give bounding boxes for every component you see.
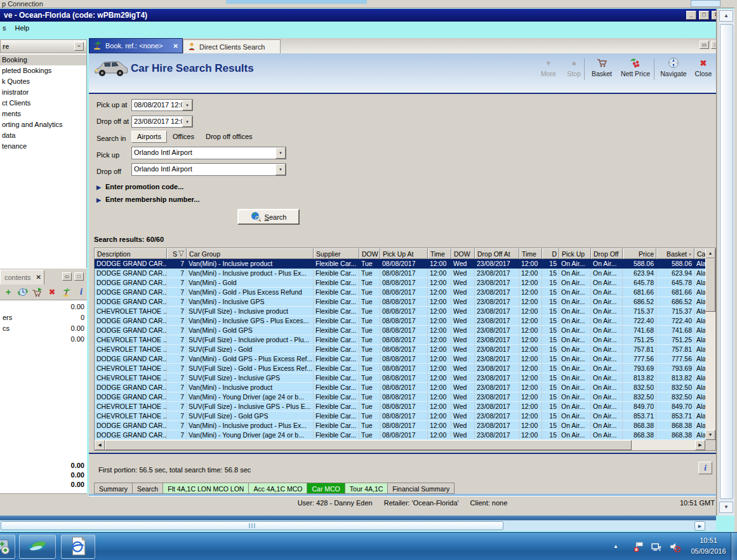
sidebar-collapse-button[interactable]: −: [74, 42, 84, 51]
scroll-right-button[interactable]: ▶: [694, 521, 705, 531]
scroll-down-button[interactable]: ▼: [705, 430, 715, 440]
show-desktop-button[interactable]: [731, 533, 737, 560]
bottom-tab-tour-4a-1c[interactable]: Tour 4A,1C: [345, 483, 388, 494]
column-header-description[interactable]: Description: [95, 248, 167, 259]
column-header-basket[interactable]: Basket▼: [656, 248, 694, 259]
table-row[interactable]: DODGE GRAND CAR...7Van(Mini) - Inclusive…: [95, 316, 707, 326]
sidebar-item-orting-and-analytics[interactable]: orting and Analytics: [0, 119, 86, 130]
taskbar-button-remote[interactable]: [0, 535, 15, 559]
table-row[interactable]: DODGE GRAND CAR...7Van(Mini) - GoldFlexi…: [95, 278, 707, 288]
sidebar-item-pleted-bookings[interactable]: pleted Bookings: [0, 65, 86, 76]
bottom-tab-acc-4a-1c-mco[interactable]: Acc 4A,1C MCO: [248, 483, 307, 494]
column-header-drop-off-at[interactable]: Drop Off At: [475, 248, 519, 259]
table-row[interactable]: CHEVROLET TAHOE ...7SUV(Full Size) - Gol…: [95, 411, 707, 421]
taskbar-clock[interactable]: 10:51 05/09/2016: [688, 535, 729, 557]
tab-direct-clients-search[interactable]: Direct Clients Search: [183, 39, 281, 53]
table-row[interactable]: DODGE GRAND CAR...7Van(Mini) - Inclusive…: [95, 383, 707, 392]
table-row[interactable]: CHEVROLET TAHOE ...7SUV(Full Size) - Inc…: [95, 402, 707, 411]
scroll-down-button[interactable]: ▼: [719, 502, 733, 513]
table-vertical-scrollbar[interactable]: ▲ ▼: [705, 248, 715, 440]
window-minimize-button[interactable]: _: [686, 11, 696, 20]
search-button[interactable]: Search: [237, 209, 300, 225]
bottom-tab-summary[interactable]: Summary: [94, 483, 133, 494]
scrollbar-thumb[interactable]: [1, 521, 503, 530]
table-row[interactable]: DODGE GRAND CAR...7Van(Mini) - Young Dri…: [95, 392, 707, 402]
window-close-button[interactable]: ✕: [712, 11, 716, 20]
window-maximize-button[interactable]: □: [699, 11, 709, 20]
column-header-dow[interactable]: DOW: [359, 248, 380, 259]
column-header-time[interactable]: Time: [519, 248, 542, 259]
tab-close-icon[interactable]: ✕: [36, 274, 41, 281]
table-row[interactable]: CHEVROLET TAHOE ...7SUV(Full Size) - Gol…: [95, 345, 707, 354]
scroll-up-button[interactable]: ▲: [719, 10, 733, 22]
outer-horizontal-scrollbar[interactable]: ▶: [0, 520, 716, 531]
scrollbar-thumb[interactable]: [705, 258, 715, 312]
palm-tree-icon[interactable]: [61, 287, 72, 298]
dropoff-at-combobox[interactable]: 23/08/2017 12:00 ▼: [131, 116, 193, 128]
column-header-pick-up-at[interactable]: Pick Up At: [380, 248, 428, 259]
dropoff-combobox[interactable]: Orlando Intl Airport ▼: [131, 163, 286, 176]
column-header-dow[interactable]: DOW: [451, 248, 475, 259]
table-row[interactable]: DODGE GRAND CAR...7Van(Mini) - Gold GPS …: [95, 354, 707, 364]
basket-arrow-icon[interactable]: [32, 287, 43, 298]
sidebar-item-booking[interactable]: Booking: [0, 55, 86, 65]
table-row[interactable]: DODGE GRAND CAR...7Van(Mini) - Gold GPSF…: [95, 326, 707, 335]
table-row[interactable]: DODGE GRAND CAR...7Van(Mini) - Inclusive…: [95, 297, 707, 307]
more-button[interactable]: ▼More: [533, 57, 564, 77]
panel-maximize-button[interactable]: □: [74, 272, 84, 281]
column-header-d[interactable]: D: [542, 248, 559, 259]
column-header-time[interactable]: Time: [428, 248, 451, 259]
scroll-up-button[interactable]: ▲: [705, 248, 715, 258]
column-header-supplier[interactable]: Supplier: [314, 248, 359, 259]
sidebar-item-tenance[interactable]: tenance: [0, 141, 86, 152]
column-header-drop-off[interactable]: Drop Off: [591, 248, 623, 259]
menu-item-s[interactable]: s: [3, 24, 6, 32]
scrollbar-thumb[interactable]: [105, 440, 632, 450]
info-icon[interactable]: i: [76, 287, 87, 298]
bottom-tab-search[interactable]: Search: [132, 483, 163, 494]
table-row[interactable]: CHEVROLET TAHOE ...7SUV(Full Size) - Inc…: [95, 307, 707, 316]
chevron-down-icon[interactable]: ▼: [276, 164, 286, 175]
nett-price-button[interactable]: Nett Price: [617, 57, 654, 77]
taskbar-button-app[interactable]: [19, 535, 56, 559]
taskbar-button-ie[interactable]: [61, 535, 95, 559]
sidebar-item-inistrator[interactable]: inistrator: [0, 87, 86, 98]
column-header-price[interactable]: Price: [623, 248, 656, 259]
network-icon[interactable]: [651, 541, 663, 552]
column-header-car-group[interactable]: Car Group: [187, 248, 314, 259]
basket-button[interactable]: Basket: [587, 57, 617, 77]
view-minimize-button[interactable]: ▭: [700, 41, 709, 49]
table-row[interactable]: DODGE GRAND CAR...7Van(Mini) - Inclusive…: [95, 269, 707, 278]
hidden-icons-button[interactable]: ▲: [613, 543, 618, 549]
add-icon[interactable]: +: [3, 287, 14, 298]
sidebar-item-ments[interactable]: ments: [0, 109, 86, 119]
chevron-down-icon[interactable]: ▼: [276, 147, 286, 159]
action-center-icon[interactable]: [634, 541, 645, 552]
table-row[interactable]: DODGE GRAND CAR...7Van(Mini) - Gold - Pl…: [95, 288, 707, 297]
pickup-combobox[interactable]: Orlando Intl Airport ▼: [131, 147, 286, 159]
table-row[interactable]: DODGE GRAND CAR...7Van(Mini) - Young Dri…: [95, 430, 707, 440]
sidebar-item-data[interactable]: data: [0, 130, 86, 141]
scroll-right-button[interactable]: ▶: [695, 440, 705, 450]
pickup-at-combobox[interactable]: 08/08/2017 12:00 ▼: [131, 99, 193, 111]
remove-icon[interactable]: ✖: [46, 287, 58, 298]
column-header-pick-up[interactable]: Pick Up: [559, 248, 591, 259]
scroll-left-button[interactable]: ◀: [95, 440, 105, 450]
table-row[interactable]: CHEVROLET TAHOE ...7SUV(Full Size) - Inc…: [95, 373, 707, 383]
table-row[interactable]: CHEVROLET TAHOE ...7SUV(Full Size) - Gol…: [95, 364, 707, 373]
table-row[interactable]: DODGE GRAND CAR...7Van(Mini) - Inclusive…: [95, 421, 707, 430]
table-horizontal-scrollbar[interactable]: ◀ ▶: [95, 440, 705, 450]
bottom-tab-flt-4a-1c-lon-mco-lon[interactable]: Flt 4A,1C LON MCO LON: [163, 483, 249, 494]
panel-minimize-button[interactable]: ▭: [62, 272, 72, 281]
volume-muted-icon[interactable]: [669, 541, 681, 552]
table-row[interactable]: CHEVROLET TAHOE ...7SUV(Full Size) - Inc…: [95, 335, 707, 345]
bottom-tab-car-mco[interactable]: Car MCO: [307, 483, 345, 494]
search-in-airports[interactable]: Airports: [131, 131, 167, 143]
promotion-code-expander[interactable]: ▶Enter promotion code...: [96, 183, 183, 190]
chevron-down-icon[interactable]: ▼: [182, 116, 192, 127]
table-row[interactable]: DODGE GRAND CAR...7Van(Mini) - Inclusive…: [95, 259, 707, 269]
membership-number-expander[interactable]: ▶Enter membership number...: [96, 196, 199, 203]
tab-close-icon[interactable]: ✕: [173, 43, 178, 50]
refresh-clock-icon[interactable]: [17, 287, 29, 298]
chevron-down-icon[interactable]: ▼: [182, 100, 192, 110]
